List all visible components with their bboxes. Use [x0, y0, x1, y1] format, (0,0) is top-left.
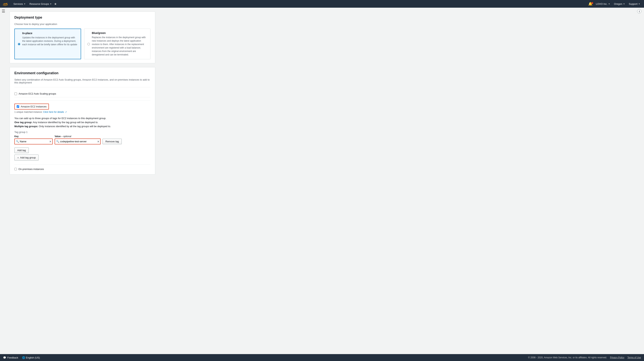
region-menu[interactable]: Oregon ▼: [612, 2, 626, 6]
key-clear-icon[interactable]: ✕: [49, 140, 52, 143]
account-chevron: ▼: [608, 3, 610, 5]
info-circle[interactable]: ℹ: [637, 9, 641, 14]
value-clear-icon[interactable]: ✕: [97, 140, 100, 143]
bluegreen-option[interactable]: Blue/green Replaces the instances in the…: [84, 29, 150, 59]
bluegreen-label: Blue/green: [92, 32, 147, 35]
bluegreen-desc: Replaces the instances in the deployment…: [92, 36, 147, 56]
key-input[interactable]: [14, 139, 53, 144]
account-menu[interactable]: LOVO Inc. ▼: [594, 2, 612, 6]
ec2-checkbox-highlighted[interactable]: Amazon EC2 instances: [14, 104, 49, 110]
deployment-options: In-place Updates the instances in the de…: [14, 29, 150, 59]
services-chevron: ▼: [24, 3, 26, 5]
tag-info-block: You can add up to three groups of tags f…: [14, 116, 150, 128]
key-search-icon: 🔍: [16, 140, 19, 143]
value-field-group: Value – optional 🔍 ✕: [55, 135, 100, 144]
key-label: Key: [14, 135, 53, 138]
multiple-tag-groups-label: Multiple tag groups:: [14, 125, 38, 128]
inplace-option[interactable]: In-place Updates the instances in the de…: [14, 29, 81, 59]
notification-badge: 1: [591, 2, 593, 4]
autoscaling-label: Amazon EC2 Auto Scaling groups: [18, 92, 56, 95]
autoscaling-row: Amazon EC2 Auto Scaling groups: [14, 90, 150, 97]
value-search-icon: 🔍: [56, 140, 59, 143]
ec2-instances-label: Amazon EC2 instances: [21, 105, 46, 108]
add-tag-group-plus-icon: +: [17, 156, 19, 159]
on-premises-row: On-premises instances: [14, 168, 150, 171]
inplace-radio[interactable]: [18, 32, 20, 56]
inplace-label: In-place: [22, 32, 78, 35]
env-config-desc: Select any combination of Amazon EC2 Aut…: [14, 78, 150, 84]
ec2-instances-checkbox[interactable]: [17, 105, 19, 108]
one-tag-group-label: One tag group:: [14, 121, 32, 124]
top-navigation: Services ▼ Resource Groups ▼ ★ 🔔 1 LOVO …: [0, 0, 644, 8]
key-input-wrap: 🔍 ✕: [14, 139, 53, 144]
aws-logo[interactable]: [2, 2, 10, 6]
external-link-icon: ↗: [65, 111, 67, 113]
remove-tag-button[interactable]: Remove tag: [102, 139, 122, 144]
hamburger-icon: ☰: [2, 9, 5, 14]
main-content: Deployment type Choose how to deploy you…: [0, 8, 644, 354]
nav-right: 🔔 1 LOVO Inc. ▼ Oregon ▼ Support ▼: [587, 2, 642, 6]
on-premises-label: On-premises instances: [18, 168, 44, 171]
tag-fields-row: Key 🔍 ✕ Value – optional 🔍 ✕: [14, 135, 150, 144]
click-here-link[interactable]: Click here for details ↗: [43, 111, 67, 113]
add-tag-group-button[interactable]: + Add tag group: [14, 155, 38, 161]
support-menu[interactable]: Support ▼: [627, 2, 642, 6]
env-config-title: Environment configuration: [14, 71, 150, 75]
key-field-group: Key 🔍 ✕: [14, 135, 53, 144]
tag-group-label: Tag group 1: [14, 131, 150, 134]
resource-groups-nav[interactable]: Resource Groups ▼: [28, 2, 53, 6]
matched-instance-text: 1 unique matched instance: Click here fo…: [14, 111, 150, 113]
on-premises-checkbox[interactable]: [14, 168, 17, 170]
resource-groups-chevron: ▼: [50, 3, 52, 5]
add-tag-button[interactable]: Add tag: [14, 148, 29, 153]
autoscaling-checkbox[interactable]: [14, 93, 17, 95]
sidebar-toggle[interactable]: ☰: [0, 8, 7, 15]
value-input-wrap: 🔍 ✕: [55, 139, 100, 144]
notifications-bell[interactable]: 🔔 1: [587, 2, 594, 6]
deployment-type-title: Deployment type: [14, 16, 150, 20]
env-config-section: Environment configuration Select any com…: [10, 67, 155, 175]
ec2-instances-row: Amazon EC2 instances: [14, 104, 150, 110]
favorites-star[interactable]: ★: [54, 2, 57, 6]
value-input[interactable]: [55, 139, 100, 144]
support-chevron: ▼: [638, 3, 640, 5]
deployment-type-subtitle: Choose how to deploy your application: [14, 23, 150, 26]
services-nav[interactable]: Services ▼: [12, 2, 27, 6]
region-chevron: ▼: [623, 3, 625, 5]
deployment-type-section: Deployment type Choose how to deploy you…: [10, 12, 155, 63]
value-label: Value – optional: [55, 135, 100, 138]
bluegreen-radio[interactable]: [88, 32, 90, 56]
inplace-desc: Updates the instances in the deployment …: [22, 36, 78, 46]
